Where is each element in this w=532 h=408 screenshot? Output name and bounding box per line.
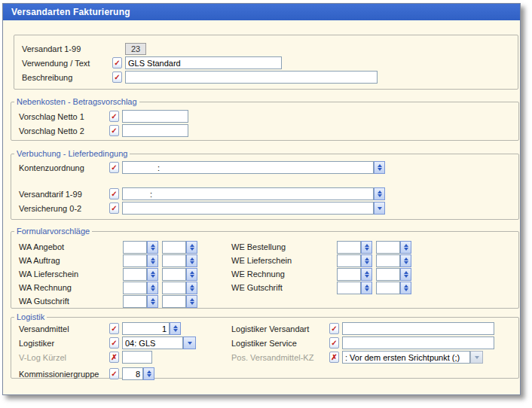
cross-flag-icon[interactable]: ✗ bbox=[109, 352, 119, 363]
check-flag-icon[interactable]: ✓ bbox=[109, 202, 119, 214]
dropdown-button[interactable] bbox=[374, 202, 385, 215]
spin-down-icon bbox=[404, 288, 408, 291]
form-nr-input[interactable] bbox=[376, 282, 400, 294]
dropdown-button[interactable] bbox=[470, 351, 483, 364]
formular-right: WE Bestellung bbox=[231, 240, 415, 254]
form-nr-input[interactable] bbox=[337, 241, 361, 254]
form-nr-input[interactable] bbox=[337, 268, 361, 281]
kommissioniergruppe-label: Kommissioniergruppe bbox=[19, 370, 109, 379]
spinner-button[interactable] bbox=[147, 254, 158, 267]
spinner-button[interactable] bbox=[361, 241, 372, 254]
check-flag-icon[interactable]: ✓ bbox=[109, 111, 119, 122]
spinner-button[interactable] bbox=[170, 322, 181, 335]
spinner-button[interactable] bbox=[361, 282, 372, 294]
spinner-button[interactable] bbox=[186, 254, 197, 267]
spinner-button[interactable] bbox=[186, 295, 197, 308]
check-flag-icon[interactable]: ✓ bbox=[112, 57, 122, 69]
spin-up-icon bbox=[190, 298, 194, 301]
kontenzuordnung-input[interactable] bbox=[122, 161, 374, 174]
vlog-input[interactable] bbox=[122, 351, 152, 364]
formular-row-2: WA Auftrag WE Lieferschein bbox=[11, 254, 518, 267]
form-nr-input[interactable] bbox=[376, 254, 400, 267]
check-flag-icon[interactable]: ✓ bbox=[112, 72, 122, 83]
beschreibung-input[interactable] bbox=[125, 71, 378, 84]
spinner-button[interactable] bbox=[147, 241, 158, 254]
spinner-button[interactable] bbox=[400, 241, 411, 254]
check-flag-icon[interactable]: ✓ bbox=[109, 323, 119, 334]
verwendung-input[interactable] bbox=[125, 56, 282, 69]
logistiker-versandart-label: Logistiker Versandart bbox=[231, 324, 329, 333]
spinner-button[interactable] bbox=[147, 295, 158, 308]
form-nr-input[interactable] bbox=[162, 241, 186, 254]
spin-down-icon bbox=[151, 302, 155, 305]
form-nr-input[interactable] bbox=[162, 268, 186, 281]
kommissioniergruppe-input[interactable] bbox=[122, 367, 143, 380]
spin-down-icon bbox=[190, 248, 194, 251]
versicherung-input[interactable] bbox=[122, 202, 374, 215]
logistik-right: Logistiker Service ✓ bbox=[231, 336, 494, 350]
versicherung-label: Versicherung 0-2 bbox=[19, 204, 109, 213]
spinner-button[interactable] bbox=[400, 268, 411, 281]
form-nr-input[interactable] bbox=[123, 268, 147, 281]
form-nr-input[interactable] bbox=[123, 254, 147, 267]
check-flag-icon[interactable]: ✓ bbox=[109, 162, 119, 173]
spinner-button[interactable] bbox=[374, 161, 385, 174]
spinner-button[interactable] bbox=[361, 254, 372, 267]
spinner-button[interactable] bbox=[147, 282, 158, 294]
spinner-button[interactable] bbox=[400, 254, 411, 267]
form-nr-input[interactable] bbox=[337, 282, 361, 294]
group-general: Versandart 1-99 Verwendung / Text ✓ Besc… bbox=[14, 35, 518, 90]
spin-down-icon bbox=[378, 168, 382, 171]
spin-down-icon bbox=[365, 288, 369, 291]
spinner-button[interactable] bbox=[374, 187, 385, 200]
spinner-button[interactable] bbox=[361, 268, 372, 281]
row-versicherung: Versicherung 0-2 ✓ bbox=[11, 201, 518, 215]
logistiker-dropdown bbox=[122, 336, 196, 349]
pos-versandmittel-kz-input[interactable] bbox=[342, 351, 470, 364]
spinner-button[interactable] bbox=[143, 367, 154, 380]
logistiker-input[interactable] bbox=[122, 336, 183, 349]
check-flag-icon[interactable]: ✓ bbox=[329, 337, 339, 349]
spinner-button[interactable] bbox=[186, 282, 197, 294]
spin-up-icon bbox=[404, 285, 408, 288]
versandmittel-input[interactable] bbox=[122, 322, 170, 335]
form-nr-input[interactable] bbox=[376, 241, 400, 254]
check-flag-icon[interactable]: ✓ bbox=[329, 323, 339, 334]
versandtarif-input[interactable] bbox=[122, 187, 374, 200]
spinner-button[interactable] bbox=[186, 268, 197, 281]
check-flag-icon[interactable]: ✓ bbox=[109, 368, 119, 379]
form-nr-input[interactable] bbox=[123, 295, 147, 308]
row-vorschlag-netto-2: Vorschlag Netto 2 ✓ bbox=[11, 123, 518, 138]
dropdown-button[interactable] bbox=[183, 336, 196, 349]
spinner-button[interactable] bbox=[400, 282, 411, 294]
logistiker-service-input[interactable] bbox=[342, 336, 494, 349]
spinner-button[interactable] bbox=[186, 241, 197, 254]
chevron-down-icon bbox=[378, 207, 382, 210]
row-versandart: Versandart 1-99 bbox=[14, 41, 518, 56]
spin-up-icon bbox=[173, 325, 178, 328]
check-flag-icon[interactable]: ✓ bbox=[109, 188, 119, 199]
form-nr-input[interactable] bbox=[376, 268, 400, 281]
nebenkosten-legend: Nebenkosten - Betragsvorschlag bbox=[14, 97, 139, 106]
vorschlag2-input[interactable] bbox=[122, 124, 188, 137]
form-nr-input[interactable] bbox=[123, 241, 147, 254]
pos-versandmittel-kz-label: Pos. Versandmittel-KZ bbox=[231, 353, 329, 362]
form-nr-input[interactable] bbox=[162, 282, 186, 294]
form-nr-input[interactable] bbox=[123, 282, 147, 294]
form-nr-input[interactable] bbox=[162, 254, 186, 267]
versandart-value bbox=[125, 43, 146, 55]
form-nr-input[interactable] bbox=[337, 254, 361, 267]
logistiker-versandart-input[interactable] bbox=[342, 322, 494, 335]
formular-right-label: WE Bestellung bbox=[231, 242, 337, 251]
check-flag-icon[interactable]: ✓ bbox=[109, 337, 119, 349]
pos-versandmittel-kz-dropdown bbox=[342, 351, 483, 364]
check-flag-icon[interactable]: ✓ bbox=[109, 125, 119, 136]
vorschlag1-input[interactable] bbox=[122, 110, 188, 123]
vlog-label: V-Log Kürzel bbox=[19, 353, 109, 362]
form-nr-input[interactable] bbox=[162, 295, 186, 308]
formular-row-3: WA Lieferschein WE Rechnung bbox=[11, 267, 518, 281]
row-kontenzuordnung: Kontenzuordnung ✓ bbox=[11, 160, 518, 175]
spinner-button[interactable] bbox=[147, 268, 158, 281]
cross-flag-icon[interactable]: ✗ bbox=[329, 352, 339, 363]
spin-up-icon bbox=[190, 271, 194, 274]
